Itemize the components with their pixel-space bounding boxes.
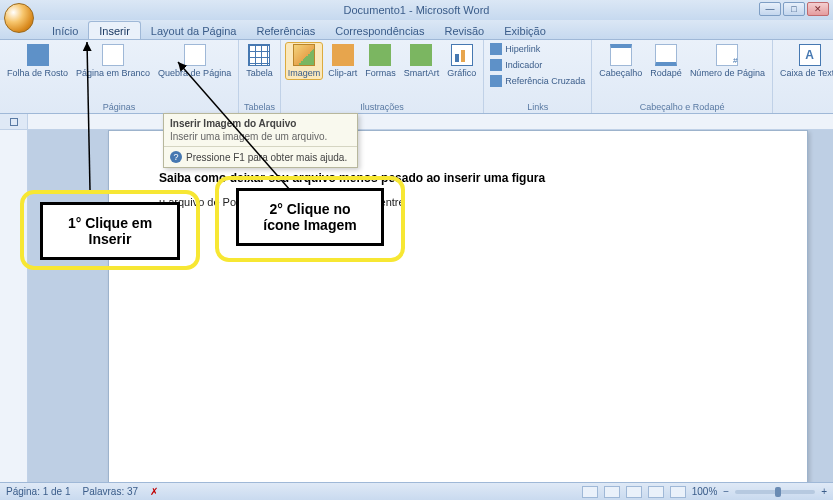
group-tabelas: Tabela Tabelas xyxy=(239,40,281,113)
bookmark-icon xyxy=(490,59,502,71)
title-bar: Documento1 - Microsoft Word — □ ✕ xyxy=(0,0,833,20)
group-label-paginas: Páginas xyxy=(4,101,234,112)
btn-imagem[interactable]: Imagem xyxy=(285,42,324,80)
ruler-toggle[interactable] xyxy=(0,114,28,129)
ruler-horizontal xyxy=(0,114,833,130)
group-ilustracoes: Imagem Clip-art Formas SmartArt Gráfico … xyxy=(281,40,485,113)
group-label-links: Links xyxy=(488,101,587,112)
work-area: Saiba como deixar seu arquivo menos pesa… xyxy=(0,130,833,482)
zoom-in[interactable]: + xyxy=(821,486,827,497)
minimize-button[interactable]: — xyxy=(759,2,781,16)
tooltip-help: ? Pressione F1 para obter mais ajuda. xyxy=(164,146,357,167)
btn-cabecalho[interactable]: Cabeçalho xyxy=(596,42,645,80)
tab-referencias[interactable]: Referências xyxy=(247,22,326,39)
btn-pagina-branco[interactable]: Página em Branco xyxy=(73,42,153,80)
btn-indicador[interactable]: Indicador xyxy=(488,58,587,72)
image-icon xyxy=(293,44,315,66)
group-texto: ACaixa de Texto Partes Rápidas AWordArt … xyxy=(773,40,833,113)
tab-inserir[interactable]: Inserir xyxy=(88,21,141,39)
close-button[interactable]: ✕ xyxy=(807,2,829,16)
btn-ref-cruzada[interactable]: Referência Cruzada xyxy=(488,74,587,88)
view-full-reading[interactable] xyxy=(604,486,620,498)
zoom-out[interactable]: − xyxy=(723,486,729,497)
status-bar: Página: 1 de 1 Palavras: 37 ✗ 100% − + xyxy=(0,482,833,500)
ribbon-tabs: Início Inserir Layout da Página Referênc… xyxy=(0,20,833,40)
ribbon: Folha de Rosto Página em Branco Quebra d… xyxy=(0,40,833,114)
group-label-tabelas: Tabelas xyxy=(243,101,276,112)
view-draft[interactable] xyxy=(670,486,686,498)
btn-tabela[interactable]: Tabela xyxy=(243,42,276,80)
group-cab-rodape: Cabeçalho Rodapé #Número de Página Cabeç… xyxy=(592,40,773,113)
btn-smartart[interactable]: SmartArt xyxy=(401,42,443,80)
ruler-vertical[interactable] xyxy=(0,130,28,482)
view-print-layout[interactable] xyxy=(582,486,598,498)
group-paginas: Folha de Rosto Página em Branco Quebra d… xyxy=(0,40,239,113)
group-links: Hiperlink Indicador Referência Cruzada L… xyxy=(484,40,592,113)
window-title: Documento1 - Microsoft Word xyxy=(344,4,490,16)
tab-revisao[interactable]: Revisão xyxy=(434,22,494,39)
btn-formas[interactable]: Formas xyxy=(362,42,399,80)
btn-rodape[interactable]: Rodapé xyxy=(647,42,685,80)
tab-correspondencias[interactable]: Correspondências xyxy=(325,22,434,39)
crossref-icon xyxy=(490,75,502,87)
btn-clipart[interactable]: Clip-art xyxy=(325,42,360,80)
btn-folha-rosto[interactable]: Folha de Rosto xyxy=(4,42,71,80)
callout-1: 1° Clique em Inserir xyxy=(40,202,180,260)
view-web[interactable] xyxy=(626,486,642,498)
zoom-slider[interactable] xyxy=(735,490,815,494)
office-button[interactable] xyxy=(4,3,34,33)
group-label-ilustracoes: Ilustrações xyxy=(285,101,480,112)
canvas[interactable]: Saiba como deixar seu arquivo menos pesa… xyxy=(28,130,833,482)
document-page[interactable]: Saiba como deixar seu arquivo menos pesa… xyxy=(108,130,808,482)
group-label-cab-rodape: Cabeçalho e Rodapé xyxy=(596,101,768,112)
tooltip-imagem: Inserir Imagem do Arquivo Inserir uma im… xyxy=(163,113,358,168)
view-outline[interactable] xyxy=(648,486,664,498)
tab-layout[interactable]: Layout da Página xyxy=(141,22,247,39)
tab-inicio[interactable]: Início xyxy=(42,22,88,39)
hyperlink-icon xyxy=(490,43,502,55)
btn-hiperlink[interactable]: Hiperlink xyxy=(488,42,587,56)
btn-caixa-texto[interactable]: ACaixa de Texto xyxy=(777,42,833,80)
btn-grafico[interactable]: Gráfico xyxy=(444,42,479,80)
group-label-texto: Texto xyxy=(777,101,833,112)
btn-quebra-pagina[interactable]: Quebra de Página xyxy=(155,42,234,80)
zoom-value[interactable]: 100% xyxy=(692,486,718,497)
help-icon: ? xyxy=(170,151,182,163)
status-palavras[interactable]: Palavras: 37 xyxy=(83,486,139,497)
maximize-button[interactable]: □ xyxy=(783,2,805,16)
btn-numero-pagina[interactable]: #Número de Página xyxy=(687,42,768,80)
tab-exibicao[interactable]: Exibição xyxy=(494,22,556,39)
status-pagina[interactable]: Página: 1 de 1 xyxy=(6,486,71,497)
callout-2: 2° Clique no ícone Imagem xyxy=(236,188,384,246)
tooltip-title: Inserir Imagem do Arquivo xyxy=(164,114,357,131)
tooltip-desc: Inserir uma imagem de um arquivo. xyxy=(164,131,357,146)
status-proofing-icon[interactable]: ✗ xyxy=(150,486,158,497)
